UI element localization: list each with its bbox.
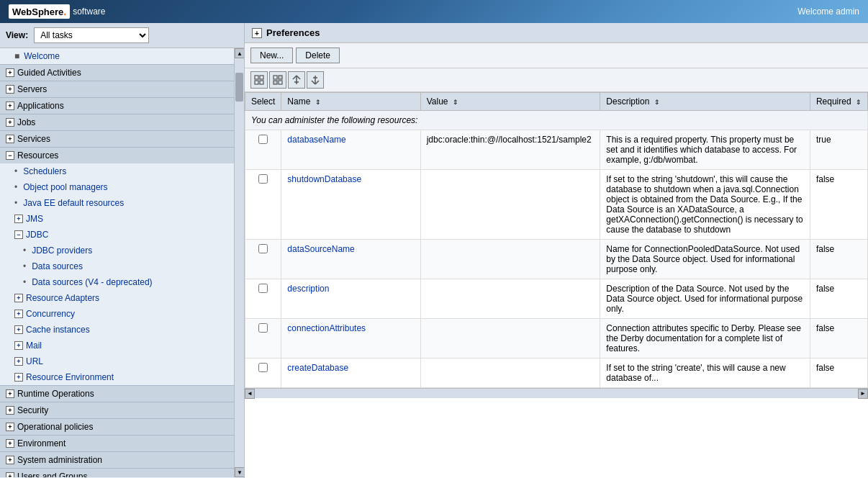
sidebar-scrollbar[interactable]: ▲ ▼ bbox=[234, 48, 244, 477]
col-select: Select bbox=[245, 93, 281, 111]
view-bar: View: All tasks bbox=[0, 23, 244, 48]
sidebar-item-label: Object pool managers bbox=[23, 182, 107, 192]
bullet-icon bbox=[14, 198, 20, 208]
select-all-icon[interactable] bbox=[250, 71, 268, 89]
sidebar-item-applications[interactable]: + Applications bbox=[0, 97, 234, 114]
row-value-cell bbox=[420, 358, 600, 388]
row-name-link[interactable]: dataSourceName bbox=[287, 244, 354, 254]
main-layout: View: All tasks ■ Welcome + Guided Activ… bbox=[0, 23, 868, 478]
sidebar-item-resource-env[interactable]: + Resource Environment bbox=[0, 369, 234, 385]
sidebar-item-services[interactable]: + Services bbox=[0, 130, 234, 147]
row-desc-cell: This is a required property. This proper… bbox=[600, 130, 810, 170]
sidebar-item-jdbc[interactable]: − JDBC bbox=[0, 227, 234, 243]
sidebar-item-environment[interactable]: + Environment bbox=[0, 435, 234, 451]
sidebar-scroll-container: ■ Welcome + Guided Activities + Servers … bbox=[0, 48, 244, 477]
view-select[interactable]: All tasks bbox=[34, 27, 149, 43]
expand-icon: + bbox=[6, 118, 14, 127]
sidebar-item-data-sources-v4[interactable]: Data sources (V4 - deprecated) bbox=[0, 274, 234, 290]
sidebar-item-runtime-ops[interactable]: + Runtime Operations bbox=[0, 385, 234, 402]
row-checkbox[interactable] bbox=[258, 363, 268, 372]
sidebar-item-jobs[interactable]: + Jobs bbox=[0, 114, 234, 130]
sidebar-item-label: Java EE default resources bbox=[23, 198, 124, 208]
sidebar-item-guided-activities[interactable]: + Guided Activities bbox=[0, 64, 234, 81]
scrollbar-down-btn[interactable]: ▼ bbox=[235, 467, 245, 477]
table-row: connectionAttributes Connection attribut… bbox=[245, 319, 868, 358]
sidebar-item-welcome[interactable]: ■ Welcome bbox=[0, 48, 234, 64]
expand-icon: + bbox=[14, 215, 23, 223]
logo: WebSphere. software bbox=[9, 4, 106, 19]
row-value-cell bbox=[420, 240, 600, 279]
row-name-link[interactable]: shutdownDatabase bbox=[287, 174, 361, 184]
row-checkbox[interactable] bbox=[258, 284, 268, 293]
scroll-track[interactable] bbox=[255, 389, 858, 398]
svg-rect-0 bbox=[255, 76, 258, 79]
horizontal-scrollbar[interactable]: ◄ ► bbox=[245, 388, 868, 398]
sidebar-item-jdbc-providers[interactable]: JDBC providers bbox=[0, 243, 234, 258]
sidebar-item-label: Security bbox=[17, 405, 48, 415]
move-down-icon[interactable] bbox=[307, 71, 324, 89]
sidebar-item-operational-policies[interactable]: + Operational policies bbox=[0, 418, 234, 435]
row-name-link[interactable]: databaseName bbox=[287, 135, 345, 145]
delete-button[interactable]: Delete bbox=[296, 48, 340, 63]
sidebar-item-servers[interactable]: + Servers bbox=[0, 81, 234, 97]
new-button[interactable]: New... bbox=[250, 48, 293, 63]
sidebar-item-resources[interactable]: − Resources bbox=[0, 147, 234, 163]
row-req-cell: false bbox=[810, 319, 867, 358]
bullet-icon bbox=[23, 261, 29, 271]
move-down-svg bbox=[310, 75, 320, 85]
info-row: You can administer the following resourc… bbox=[245, 111, 868, 130]
row-desc-cell: If set to the string 'shutdown', this wi… bbox=[600, 170, 810, 240]
collapse-icon: − bbox=[6, 151, 14, 160]
row-checkbox[interactable] bbox=[258, 174, 268, 184]
sidebar-item-label: Jobs bbox=[17, 117, 35, 127]
expand-icon: + bbox=[6, 406, 14, 415]
sidebar-item-label: JDBC bbox=[26, 230, 48, 240]
expand-icon: + bbox=[6, 456, 14, 464]
col-value[interactable]: Value ⇕ bbox=[420, 93, 600, 111]
sidebar-item-url[interactable]: + URL bbox=[0, 353, 234, 369]
row-desc-cell: If set to the string 'create', this will… bbox=[600, 358, 810, 388]
expand-icon: + bbox=[6, 423, 14, 431]
row-name-link[interactable]: description bbox=[287, 284, 329, 294]
row-checkbox[interactable] bbox=[258, 323, 268, 333]
sidebar-item-schedulers[interactable]: Schedulers bbox=[0, 163, 234, 179]
logo-software: software bbox=[73, 6, 105, 17]
bullet-icon bbox=[14, 166, 20, 176]
row-req-cell: false bbox=[810, 279, 867, 319]
row-desc-cell: Connection attributes specific to Derby.… bbox=[600, 319, 810, 358]
scroll-right-btn[interactable]: ► bbox=[858, 389, 868, 399]
sidebar-item-jms[interactable]: + JMS bbox=[0, 211, 234, 227]
sidebar-item-data-sources[interactable]: Data sources bbox=[0, 258, 234, 274]
sidebar-item-resource-adapters[interactable]: + Resource Adapters bbox=[0, 290, 234, 306]
sidebar-item-label: Mail bbox=[26, 341, 42, 351]
sidebar-item-users-groups[interactable]: + Users and Groups bbox=[0, 468, 234, 477]
row-select-cell bbox=[245, 319, 281, 358]
scroll-left-btn[interactable]: ◄ bbox=[245, 389, 255, 399]
sidebar-item-security[interactable]: + Security bbox=[0, 402, 234, 418]
col-description[interactable]: Description ⇕ bbox=[600, 93, 810, 111]
move-up-icon[interactable] bbox=[288, 71, 305, 89]
scrollbar-thumb[interactable] bbox=[235, 73, 243, 102]
bullet-icon bbox=[23, 277, 29, 287]
sidebar-item-concurrency[interactable]: + Concurrency bbox=[0, 306, 234, 322]
sidebar-item-javaee[interactable]: Java EE default resources bbox=[0, 195, 234, 211]
table-row: description Description of the Data Sour… bbox=[245, 279, 868, 319]
expand-icon: + bbox=[14, 294, 23, 302]
sidebar-item-object-pool[interactable]: Object pool managers bbox=[0, 179, 234, 195]
row-name-link[interactable]: connectionAttributes bbox=[287, 323, 366, 333]
row-checkbox[interactable] bbox=[258, 135, 268, 144]
scrollbar-up-btn[interactable]: ▲ bbox=[235, 48, 245, 58]
col-name[interactable]: Name ⇕ bbox=[281, 93, 420, 111]
sidebar-item-system-admin[interactable]: + System administration bbox=[0, 451, 234, 468]
row-checkbox[interactable] bbox=[258, 244, 268, 253]
deselect-icon[interactable] bbox=[269, 71, 286, 89]
sidebar-item-mail[interactable]: + Mail bbox=[0, 338, 234, 353]
sidebar-item-label: Data sources (V4 - deprecated) bbox=[32, 277, 152, 287]
expand-icon: + bbox=[6, 68, 14, 77]
preferences-expand-icon[interactable]: + bbox=[252, 28, 262, 38]
action-toolbar: New... Delete bbox=[245, 43, 868, 68]
sidebar-item-cache[interactable]: + Cache instances bbox=[0, 322, 234, 338]
sidebar-item-label: Services bbox=[17, 134, 50, 144]
col-required[interactable]: Required ⇕ bbox=[810, 93, 867, 111]
row-name-link[interactable]: createDatabase bbox=[287, 363, 348, 373]
